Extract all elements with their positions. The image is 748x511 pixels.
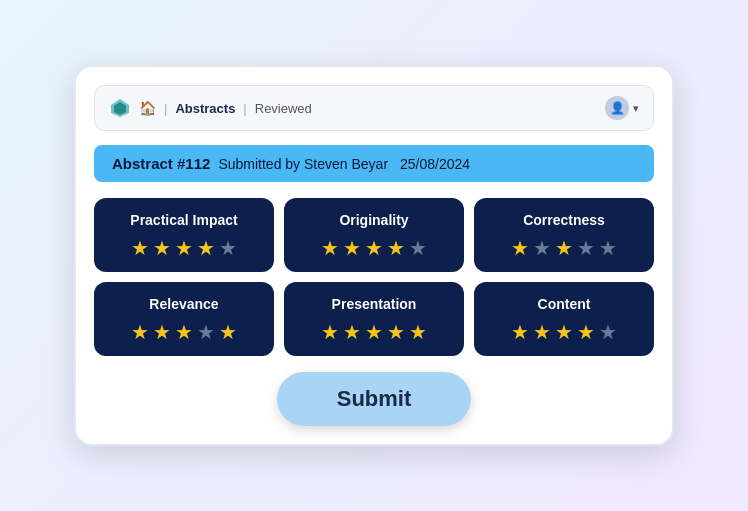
logo-icon — [109, 97, 131, 119]
rating-label-1: Originality — [339, 212, 408, 228]
star-3-3[interactable]: ★ — [197, 320, 215, 344]
star-4-2[interactable]: ★ — [365, 320, 383, 344]
submitted-by: Submitted by Steven Beyar — [218, 156, 388, 172]
star-2-4[interactable]: ★ — [599, 236, 617, 260]
star-2-3[interactable]: ★ — [577, 236, 595, 260]
rating-label-3: Relevance — [149, 296, 218, 312]
user-menu[interactable]: 👤 ▾ — [605, 96, 639, 120]
star-1-0[interactable]: ★ — [321, 236, 339, 260]
star-4-1[interactable]: ★ — [343, 320, 361, 344]
star-5-4[interactable]: ★ — [599, 320, 617, 344]
rating-card-3[interactable]: Relevance★★★★★ — [94, 282, 274, 356]
star-1-2[interactable]: ★ — [365, 236, 383, 260]
browser-bar: 🏠 | Abstracts | Reviewed 👤 ▾ — [94, 85, 654, 131]
star-4-0[interactable]: ★ — [321, 320, 339, 344]
star-3-1[interactable]: ★ — [153, 320, 171, 344]
stars-0[interactable]: ★★★★★ — [131, 236, 237, 260]
stars-3[interactable]: ★★★★★ — [131, 320, 237, 344]
abstract-number: Abstract #112 — [112, 155, 210, 172]
star-4-3[interactable]: ★ — [387, 320, 405, 344]
star-4-4[interactable]: ★ — [409, 320, 427, 344]
star-2-1[interactable]: ★ — [533, 236, 551, 260]
star-5-3[interactable]: ★ — [577, 320, 595, 344]
main-card: 🏠 | Abstracts | Reviewed 👤 ▾ Abstract #1… — [74, 65, 674, 446]
stars-4[interactable]: ★★★★★ — [321, 320, 427, 344]
rating-label-5: Content — [538, 296, 591, 312]
star-0-3[interactable]: ★ — [197, 236, 215, 260]
star-0-1[interactable]: ★ — [153, 236, 171, 260]
stars-5[interactable]: ★★★★★ — [511, 320, 617, 344]
star-1-1[interactable]: ★ — [343, 236, 361, 260]
chevron-down-icon: ▾ — [633, 102, 639, 115]
star-3-2[interactable]: ★ — [175, 320, 193, 344]
star-3-4[interactable]: ★ — [219, 320, 237, 344]
star-3-0[interactable]: ★ — [131, 320, 149, 344]
nav-sep-2: | — [243, 101, 246, 116]
star-0-0[interactable]: ★ — [131, 236, 149, 260]
rating-card-2[interactable]: Correctness★★★★★ — [474, 198, 654, 272]
submit-button[interactable]: Submit — [277, 372, 472, 426]
star-0-2[interactable]: ★ — [175, 236, 193, 260]
rating-card-5[interactable]: Content★★★★★ — [474, 282, 654, 356]
rating-card-0[interactable]: Practical Impact★★★★★ — [94, 198, 274, 272]
rating-label-0: Practical Impact — [130, 212, 237, 228]
star-0-4[interactable]: ★ — [219, 236, 237, 260]
star-5-1[interactable]: ★ — [533, 320, 551, 344]
rating-label-4: Presentation — [332, 296, 417, 312]
ratings-grid: Practical Impact★★★★★Originality★★★★★Cor… — [94, 198, 654, 356]
star-1-4[interactable]: ★ — [409, 236, 427, 260]
star-5-2[interactable]: ★ — [555, 320, 573, 344]
stars-1[interactable]: ★★★★★ — [321, 236, 427, 260]
rating-card-4[interactable]: Presentation★★★★★ — [284, 282, 464, 356]
star-1-3[interactable]: ★ — [387, 236, 405, 260]
nav-sep-1: | — [164, 101, 167, 116]
star-5-0[interactable]: ★ — [511, 320, 529, 344]
nav-abstracts[interactable]: Abstracts — [175, 101, 235, 116]
star-2-0[interactable]: ★ — [511, 236, 529, 260]
user-avatar-icon: 👤 — [605, 96, 629, 120]
rating-card-1[interactable]: Originality★★★★★ — [284, 198, 464, 272]
abstract-header: Abstract #112 Submitted by Steven Beyar … — [94, 145, 654, 182]
home-icon: 🏠 — [139, 100, 156, 116]
abstract-date: 25/08/2024 — [400, 156, 470, 172]
nav-reviewed: Reviewed — [255, 101, 312, 116]
stars-2[interactable]: ★★★★★ — [511, 236, 617, 260]
nav-breadcrumb: 🏠 | Abstracts | Reviewed — [109, 97, 312, 119]
submit-container: Submit — [94, 372, 654, 426]
rating-label-2: Correctness — [523, 212, 605, 228]
star-2-2[interactable]: ★ — [555, 236, 573, 260]
